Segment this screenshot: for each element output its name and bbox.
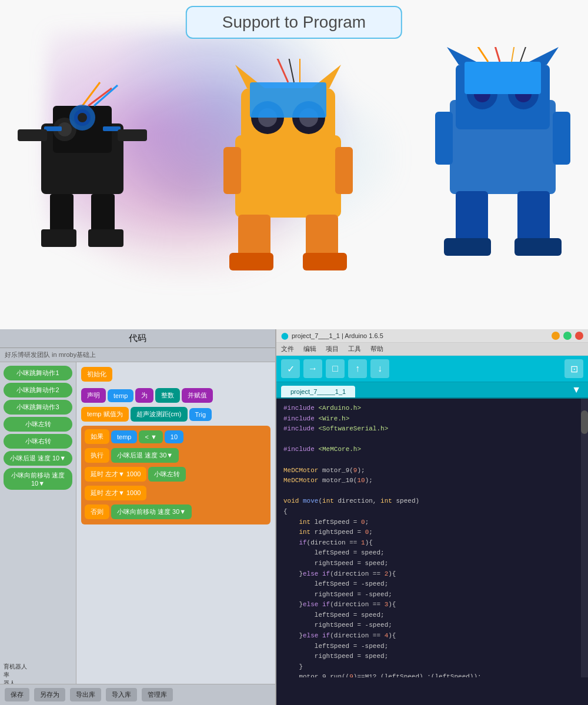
- code-line-7: MeDCMotor motor_9(9);: [283, 466, 581, 476]
- scratch-subtitle-text: 好乐博研发团队 in mroby基础上: [5, 350, 96, 359]
- code-line-6: [283, 455, 581, 466]
- code-line-22: rightSpeed = -speed;: [283, 620, 581, 631]
- svg-line-13: [88, 88, 112, 106]
- scratch-block-back[interactable]: 小咪后退 速度 10▼: [4, 451, 72, 466]
- new-button[interactable]: □: [326, 359, 345, 378]
- temp-block1: temp: [108, 389, 133, 402]
- svg-rect-7: [118, 129, 147, 141]
- arduino-panel: ⬤ project_7___1_1 | Arduino 1.6.5 文件 编辑 …: [276, 329, 588, 705]
- code-line-13: int rightSpeed = 0;: [283, 527, 581, 538]
- menu-help[interactable]: 帮助: [370, 345, 383, 353]
- back30-block: 小咪后退 速度 30▼: [111, 448, 179, 463]
- code-line-20: }else if(direction == 3){: [283, 600, 581, 610]
- scrollbar-thumb[interactable]: [581, 410, 588, 434]
- arduino-scrollbar[interactable]: [581, 399, 588, 677]
- delay1-block: 延时 左才▼ 1000: [85, 467, 146, 482]
- upload-button[interactable]: →: [303, 359, 322, 378]
- svg-point-17: [78, 113, 87, 122]
- info-line-1: 育机器人: [4, 663, 72, 671]
- code-line-5: #include <MeMCore.h>: [283, 445, 581, 455]
- code-line-10: void move(int direction, int speed): [283, 496, 581, 507]
- menu-project[interactable]: 项目: [326, 345, 339, 353]
- for-block: 为: [135, 388, 153, 403]
- trig-block: Trig: [189, 408, 212, 421]
- svg-rect-11: [88, 229, 123, 247]
- code-line-23: }else if(direction == 4){: [283, 631, 581, 641]
- assign-block: 并赋值: [182, 388, 213, 403]
- maximize-button[interactable]: [563, 332, 572, 340]
- svg-rect-6: [18, 129, 47, 141]
- scratch-block-dance1[interactable]: 小咪跳舞动作1: [4, 366, 72, 380]
- open-button[interactable]: ↑: [348, 359, 367, 378]
- manage-button[interactable]: 管理库: [142, 688, 173, 701]
- code-line-3: #include <SoftwareSerial.h>: [283, 424, 581, 435]
- arduino-code-area[interactable]: #include <Arduino.h> #include <Wire.h> #…: [276, 399, 588, 677]
- left-turn-block: 小咪左转: [148, 467, 186, 482]
- scratch-block-right[interactable]: 小咪右转: [4, 434, 72, 449]
- serial-monitor-button[interactable]: ⊡: [564, 359, 583, 378]
- top-section: Support to Program: [0, 0, 588, 329]
- svg-rect-4: [44, 126, 62, 131]
- svg-line-51: [476, 47, 488, 62]
- arduino-tab-main[interactable]: project_7_____1_1: [281, 386, 355, 397]
- code-line-17: }else if(direction == 2){: [283, 569, 581, 580]
- if-condition-row: 如果 temp < ▼ 10: [85, 429, 267, 446]
- code-line-12: int leftSpeed = 0;: [283, 517, 581, 528]
- code-line-8: MeDCMotor motor_10(10);: [283, 476, 581, 486]
- menu-edit[interactable]: 编辑: [303, 345, 316, 353]
- svg-rect-26: [250, 82, 326, 118]
- else-row: 否则 小咪向前移动 速度 30▼: [85, 504, 267, 521]
- arduino-menu: 文件 编辑 项目 工具 帮助: [276, 343, 588, 356]
- arduino-tab-bar: project_7_____1_1 ▼: [276, 382, 588, 399]
- scratch-block-left[interactable]: 小咪左转: [4, 417, 72, 432]
- tab-arrow[interactable]: ▼: [569, 382, 583, 397]
- code-line-15: leftSpeed = speed;: [283, 548, 581, 559]
- scratch-subtitle: 好乐博研发团队 in mroby基础上: [0, 348, 275, 362]
- save-button[interactable]: 保存: [5, 688, 29, 701]
- svg-line-34: [288, 59, 294, 82]
- info-line-2: 率: [4, 671, 72, 679]
- code-line-21: leftSpeed = speed;: [283, 610, 581, 621]
- delay-row2: 延时 左才▼ 1000: [85, 486, 267, 502]
- import-button[interactable]: 导入库: [106, 688, 137, 701]
- robot-left: [6, 53, 159, 300]
- svg-rect-47: [435, 112, 453, 165]
- export-button[interactable]: 导出库: [70, 688, 101, 701]
- code-line-1: #include <Arduino.h>: [283, 403, 581, 414]
- svg-rect-5: [103, 126, 121, 131]
- robot-center: [200, 59, 376, 306]
- code-line-16: rightSpeed = speed;: [283, 559, 581, 569]
- arduino-app-icon: ⬤: [281, 332, 288, 340]
- code-line-4: [283, 435, 581, 445]
- delay-row1: 延时 左才▼ 1000 小咪左转: [85, 467, 267, 483]
- minimize-button[interactable]: [552, 332, 560, 340]
- arduino-window-title: project_7___1_1 | Arduino 1.6.5: [292, 332, 383, 339]
- svg-line-54: [520, 47, 526, 62]
- code-line-14: if(direction == 1){: [283, 538, 581, 549]
- code-line-19: rightSpeed = -speed;: [283, 590, 581, 600]
- scratch-block-dance3[interactable]: 小咪跳舞动作3: [4, 400, 72, 415]
- menu-file[interactable]: 文件: [281, 345, 294, 353]
- lt-block: < ▼: [139, 430, 162, 443]
- svg-rect-44: [465, 62, 541, 94]
- scratch-block-forward[interactable]: 小咪向前移动 速度 10▼: [4, 468, 72, 490]
- scratch-title: 代码: [129, 333, 146, 343]
- close-button[interactable]: [575, 332, 583, 340]
- scratch-workspace: 初始化 声明 temp 为 整数 并赋值 temp 赋值为 超声波测距(cm) …: [76, 362, 275, 691]
- save-tool-button[interactable]: ↓: [370, 359, 389, 378]
- arduino-toolbar: ✓ → □ ↑ ↓ ⊡: [276, 356, 588, 382]
- robot-right: [417, 47, 588, 306]
- delay2-block: 延时 左才▼ 1000: [85, 486, 146, 500]
- verify-button[interactable]: ✓: [281, 359, 300, 378]
- menu-tools[interactable]: 工具: [348, 345, 361, 353]
- save-as-button[interactable]: 另存为: [34, 688, 65, 701]
- ten-block: 10: [165, 430, 183, 443]
- else-block: 否则: [85, 504, 109, 519]
- arduino-console: [276, 677, 588, 705]
- execute-row: 执行 小咪后退 速度 30▼: [85, 448, 267, 465]
- scratch-block-dance2[interactable]: 小咪跳舞动作2: [4, 383, 72, 397]
- code-line-11: {: [283, 507, 581, 517]
- code-line-25: rightSpeed = speed;: [283, 651, 581, 662]
- scratch-panel: 代码 好乐博研发团队 in mroby基础上 小咪跳舞动作1 小咪跳舞动作2 小…: [0, 329, 276, 705]
- arduino-window-controls: [552, 332, 583, 340]
